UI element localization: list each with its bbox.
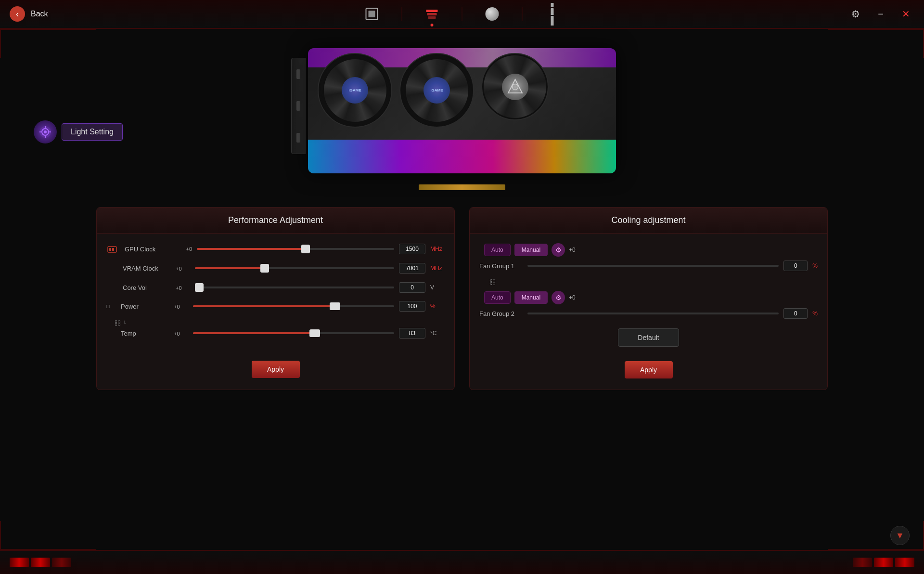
power-delta: +0 [174,304,180,310]
fan-group-1-auto-button[interactable]: Auto [484,244,511,256]
minimize-button[interactable]: − [872,5,889,23]
gpu-clock-value-input[interactable] [399,244,425,254]
fan-2-center: iGAME [424,77,450,104]
fan-group-1-controls: Auto Manual ⚙ +0 [484,243,818,257]
cooling-panel: Cooling adjustment Auto Manual ⚙ +0 Fan … [469,207,828,390]
temp-label: Temp [121,330,169,337]
link-connector-line: └ [123,321,126,326]
close-button[interactable]: ✕ [897,5,914,23]
vram-clock-track[interactable] [195,267,394,269]
bottom-deco-bar-3 [52,558,71,567]
bottom-decoration-right [853,558,914,567]
nav-icon-stats[interactable] [542,3,563,25]
back-circle-icon: ‹ [10,6,25,22]
cooling-panel-header: Cooling adjustment [470,208,827,234]
core-vol-track[interactable] [195,287,394,288]
light-setting-svg-icon [38,124,53,140]
settings-button[interactable]: ⚙ [847,5,864,23]
light-setting-icon [34,120,57,144]
vram-clock-fill [195,267,265,269]
bracket-slot-3 [296,133,300,143]
fan-group-2-row: Fan Group 2 % [479,308,818,319]
svg-rect-10 [109,248,111,251]
fan-group-1-track[interactable] [527,265,779,267]
core-vol-delta: +0 [176,285,182,291]
fan-group-2-label: Fan Group 2 [479,310,523,317]
fan-group-1-manual-button[interactable]: Manual [514,244,548,256]
performance-apply-button[interactable]: Apply [252,361,300,378]
gpu-clock-delta-container: +0 [178,246,192,252]
fan-group-1-gear-button[interactable]: ⚙ [552,243,565,257]
scroll-down-icon: ▼ [896,531,904,541]
core-vol-row: Core Vol +0 V [106,282,445,293]
fan-group-2-gear-button[interactable]: ⚙ [552,291,565,304]
layer-1 [426,10,438,12]
link-chain-icon[interactable]: ⛓ [114,319,121,327]
power-delta-container: +0 [174,302,188,311]
gpu-card-visual: iGAME iGAME [306,48,618,183]
back-button[interactable]: ‹ Back [10,6,48,22]
cooling-default-button[interactable]: Default [618,328,679,347]
scroll-down-button[interactable]: ▼ [890,526,910,545]
temp-value-input[interactable] [399,328,425,339]
gpu-clock-row: GPU Clock +0 MHz [106,243,445,255]
nav-separator-3 [522,7,523,21]
bottombar [0,550,924,574]
vram-clock-thumb[interactable] [260,264,269,273]
performance-panel-header: Performance Adjustment [97,208,454,234]
temp-delta-container: +0 [174,329,188,338]
core-vol-icon-spacer [106,282,116,293]
power-value-input[interactable] [399,301,425,312]
bottom-deco-bar-1 [10,558,29,567]
layers-icon [426,10,438,19]
nav-icon-gpu[interactable] [422,3,443,25]
bottom-deco-bar-6 [895,558,914,567]
fan-group-2-auto-button[interactable]: Auto [484,291,511,304]
fan-link-row: ⛓ [489,278,818,286]
temp-unit: °C [430,330,445,337]
gpu-lighting-strip [308,140,616,173]
nav-icon-cpu[interactable] [361,3,383,25]
gpu-clock-thumb[interactable] [301,245,310,253]
cooling-apply-button[interactable]: Apply [625,361,673,378]
fan-link-icon[interactable]: ⛓ [489,278,496,286]
fan-1-center: iGAME [342,77,368,104]
back-label: Back [31,10,48,18]
fans-row: iGAME iGAME [318,53,549,128]
power-label: Power [121,303,169,310]
frame-corner-bl [0,521,96,550]
temp-track[interactable] [193,332,394,334]
gpu-clock-label: GPU Clock [125,246,173,253]
layer-3 [428,16,436,19]
nav-separator-1 [402,7,402,21]
power-thumb[interactable] [330,302,340,310]
svg-rect-11 [112,248,114,251]
gpu-connector [419,184,505,190]
power-track[interactable] [193,305,394,307]
core-vol-thumb[interactable] [195,283,204,292]
vram-clock-label: VRAM Clock [123,265,171,272]
vram-clock-value-input[interactable] [399,263,425,274]
power-row: □ Power +0 % [106,301,445,312]
svg-point-2 [44,130,47,133]
cpu-icon [366,8,378,20]
gpu-clock-track[interactable] [197,248,394,250]
bracket-slot-2 [296,101,300,111]
fan-group-1-value-input[interactable] [783,261,808,271]
performance-title: Performance Adjustment [228,215,323,225]
cooling-panel-content: Auto Manual ⚙ +0 Fan Group 1 % ⛓ [470,234,827,356]
gpu-display-area: Light Setting iGAME iGAME [0,34,924,197]
fan-group-2-value-input[interactable] [783,308,808,319]
nav-icon-monitor[interactable] [482,3,503,25]
fan-group-2-manual-button[interactable]: Manual [514,291,548,304]
core-vol-value-input[interactable] [399,282,425,293]
fan-group-2-track[interactable] [527,313,779,314]
light-setting-button[interactable]: Light Setting [34,120,123,144]
bottom-decoration-left [10,558,71,567]
fan-group-2-section: Auto Manual ⚙ +0 Fan Group 2 % [479,291,818,319]
fan-2: iGAME [399,53,474,128]
fan-group-2-unit: % [812,310,818,317]
temp-thumb[interactable] [309,329,320,337]
gpu-clock-fill [197,248,306,250]
fan-group-1-row: Fan Group 1 % [479,261,818,271]
